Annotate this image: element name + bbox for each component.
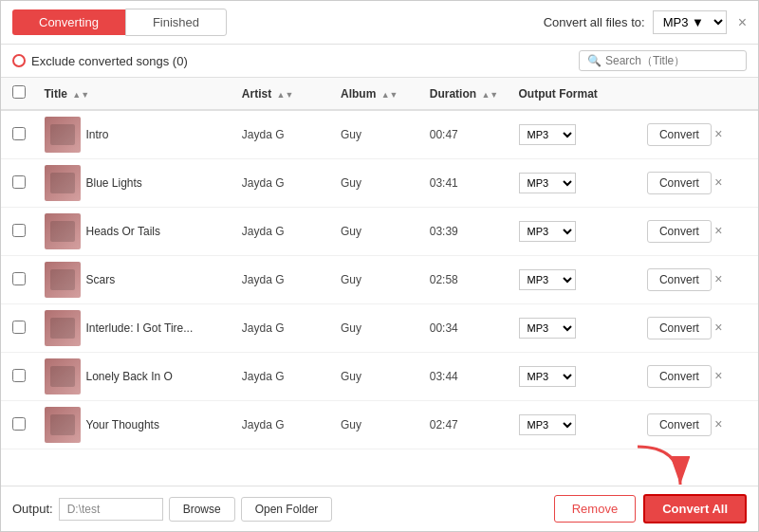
row-duration-2: 03:39 [422, 208, 511, 256]
row-convert-btn-0[interactable]: Convert [647, 123, 712, 146]
search-input[interactable] [605, 54, 738, 67]
row-convert-btn-4[interactable]: Convert [647, 317, 712, 339]
song-thumbnail-3 [45, 262, 81, 298]
song-title-text-0: Intro [86, 128, 109, 141]
table-row: Blue Lights Jayda G Guy 03:41 MP3AACFLAC… [1, 159, 758, 208]
row-title-cell: Blue Lights [37, 159, 234, 208]
artist-sort-icon: ▲▼ [277, 90, 294, 100]
row-check-col [1, 256, 37, 304]
row-format-select-2[interactable]: MP3AACFLACWAV [519, 221, 576, 242]
row-remove-btn-1[interactable]: × [714, 174, 722, 190]
row-checkbox-2[interactable] [12, 224, 26, 237]
row-title-cell: Lonely Back In O [37, 353, 234, 401]
tab-group: Converting Finished [12, 9, 227, 36]
row-artist-1: Jayda G [234, 159, 333, 208]
row-album-6: Guy [333, 401, 422, 449]
song-thumbnail-6 [45, 407, 81, 443]
row-artist-4: Jayda G [234, 304, 333, 353]
row-checkbox-3[interactable] [12, 272, 26, 285]
row-remove-btn-0[interactable]: × [714, 126, 722, 141]
song-table-container: Title ▲▼ Artist ▲▼ Album ▲▼ Duration ▲▼ [1, 78, 758, 486]
row-format-select-6[interactable]: MP3AACFLACWAV [519, 414, 576, 435]
row-checkbox-0[interactable] [12, 127, 26, 140]
row-duration-6: 02:47 [422, 401, 511, 449]
row-album-2: Guy [333, 208, 422, 256]
row-checkbox-1[interactable] [12, 175, 26, 189]
row-checkbox-5[interactable] [12, 369, 26, 382]
row-remove-btn-6[interactable]: × [714, 416, 722, 431]
row-artist-6: Jayda G [234, 401, 333, 449]
table-row: Scars Jayda G Guy 02:58 MP3AACFLACWAV Co… [1, 256, 758, 304]
row-convert-btn-2[interactable]: Convert [647, 220, 712, 243]
tab-converting[interactable]: Converting [12, 9, 125, 35]
row-actions-col-4: Convert × [639, 304, 758, 353]
select-all-checkbox[interactable] [12, 85, 26, 99]
row-convert-btn-3[interactable]: Convert [647, 268, 712, 291]
title-sort-icon: ▲▼ [72, 90, 89, 100]
row-check-col [1, 110, 37, 159]
header-duration[interactable]: Duration ▲▼ [422, 78, 511, 110]
row-format-col-1: MP3AACFLACWAV [511, 159, 639, 208]
row-album-0: Guy [333, 110, 422, 159]
header-album[interactable]: Album ▲▼ [333, 78, 422, 110]
top-bar: Converting Finished Convert all files to… [1, 1, 758, 45]
bottom-bar: Output: Browse Open Folder Remove Conver… [1, 486, 758, 531]
row-check-col [1, 353, 37, 401]
row-remove-btn-5[interactable]: × [714, 368, 722, 383]
row-convert-btn-5[interactable]: Convert [647, 365, 712, 388]
close-button[interactable]: × [738, 14, 747, 31]
row-format-select-4[interactable]: MP3AACFLACWAV [519, 318, 576, 339]
row-duration-0: 00:47 [422, 110, 511, 159]
row-actions-col-3: Convert × [639, 256, 758, 304]
remove-button[interactable]: Remove [554, 495, 636, 523]
red-arrow-indicator [633, 442, 690, 494]
row-album-1: Guy [333, 159, 422, 208]
exclude-circle-icon [12, 54, 26, 67]
table-row: Lonely Back In O Jayda G Guy 03:44 MP3AA… [1, 353, 758, 401]
convert-all-button[interactable]: Convert All [643, 494, 747, 523]
row-convert-btn-1[interactable]: Convert [647, 172, 712, 194]
song-thumbnail-2 [45, 213, 81, 249]
row-remove-btn-3[interactable]: × [714, 271, 722, 286]
row-title-cell: Your Thoughts [37, 401, 234, 449]
convert-all-files-label: Convert all files to: [544, 15, 645, 29]
tab-finished[interactable]: Finished [125, 9, 227, 36]
browse-button[interactable]: Browse [169, 497, 235, 522]
row-artist-0: Jayda G [234, 110, 333, 159]
album-sort-icon: ▲▼ [381, 90, 398, 100]
row-remove-btn-2[interactable]: × [714, 223, 722, 238]
row-format-select-0[interactable]: MP3AACFLACWAV [519, 124, 576, 145]
row-convert-btn-6[interactable]: Convert [647, 413, 712, 436]
row-remove-btn-4[interactable]: × [714, 320, 722, 335]
row-actions-col-2: Convert × [639, 208, 758, 256]
table-row: Heads Or Tails Jayda G Guy 03:39 MP3AACF… [1, 208, 758, 256]
row-artist-5: Jayda G [234, 353, 333, 401]
global-format-select[interactable]: MP3 ▼ AAC FLAC WAV [653, 10, 727, 34]
song-table: Title ▲▼ Artist ▲▼ Album ▲▼ Duration ▲▼ [1, 78, 758, 449]
row-format-select-3[interactable]: MP3AACFLACWAV [519, 269, 576, 290]
header-artist[interactable]: Artist ▲▼ [234, 78, 333, 110]
table-row: Interlude: I Got Tire... Jayda G Guy 00:… [1, 304, 758, 353]
row-checkbox-6[interactable] [12, 417, 26, 431]
row-format-select-1[interactable]: MP3AACFLACWAV [519, 173, 576, 193]
row-artist-3: Jayda G [234, 256, 333, 304]
row-actions-col-0: Convert × [639, 110, 758, 159]
row-checkbox-4[interactable] [12, 321, 26, 334]
header-title[interactable]: Title ▲▼ [37, 78, 234, 110]
song-thumbnail-0 [45, 117, 81, 153]
row-check-col [1, 401, 37, 449]
convert-all-section: Convert all files to: MP3 ▼ AAC FLAC WAV… [544, 10, 747, 34]
row-check-col [1, 304, 37, 353]
duration-sort-icon: ▲▼ [481, 90, 498, 100]
open-folder-button[interactable]: Open Folder [241, 497, 333, 522]
header-output-format: Output Format [511, 78, 639, 110]
filter-bar: Exclude converted songs (0) 🔍 [1, 45, 758, 78]
action-section: Remove Convert All [554, 494, 747, 523]
row-album-4: Guy [333, 304, 422, 353]
table-header-row: Title ▲▼ Artist ▲▼ Album ▲▼ Duration ▲▼ [1, 78, 758, 110]
row-format-col-2: MP3AACFLACWAV [511, 208, 639, 256]
row-format-select-5[interactable]: MP3AACFLACWAV [519, 366, 576, 387]
song-thumbnail-1 [45, 165, 81, 201]
output-path-input[interactable] [59, 498, 163, 521]
row-title-cell: Heads Or Tails [37, 208, 234, 256]
